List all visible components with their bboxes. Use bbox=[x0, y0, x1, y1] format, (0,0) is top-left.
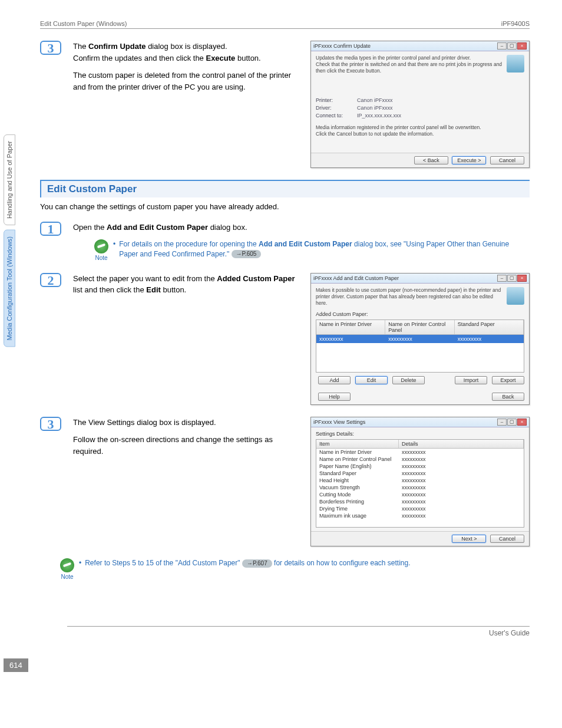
dialog-warning: Media information registered in the prin… bbox=[316, 124, 524, 137]
details-row: Cutting Modexxxxxxxxx bbox=[316, 491, 524, 498]
minimize-icon[interactable]: – bbox=[497, 42, 507, 50]
maximize-icon[interactable]: ▢ bbox=[507, 275, 517, 282]
note-icon bbox=[60, 558, 74, 572]
edit-button[interactable]: Edit bbox=[355, 376, 388, 384]
details-row: Name on Printer Control Panelxxxxxxxxx bbox=[316, 456, 524, 463]
cancel-button[interactable]: Cancel bbox=[490, 535, 524, 543]
settings-details-list[interactable]: Item Details Name in Printer Driverxxxxx… bbox=[316, 439, 524, 528]
step-text: Follow the on-screen directions and chan… bbox=[73, 434, 302, 457]
details-item: Cutting Mode bbox=[316, 491, 399, 498]
list-row-selected[interactable]: xxxxxxxxx xxxxxxxxx xxxxxxxxx bbox=[316, 335, 524, 343]
column-header: Details bbox=[399, 440, 524, 448]
note-label: Note bbox=[60, 574, 74, 580]
next-button[interactable]: Next > bbox=[452, 535, 486, 543]
maximize-icon[interactable]: ▢ bbox=[507, 419, 517, 426]
minimize-icon[interactable]: – bbox=[497, 419, 507, 426]
dialog-description: Makes it possible to use custom paper (n… bbox=[316, 287, 524, 307]
note-block: Note Refer to Steps 5 to 15 of the "Add … bbox=[60, 558, 530, 580]
list-label: Added Custom Paper: bbox=[316, 311, 524, 317]
step-3: 3 The View Settings dialog box is displa… bbox=[40, 417, 530, 546]
value-connect: IP_xxx.xxx.xxx.xxx bbox=[357, 113, 401, 118]
column-header: Item bbox=[316, 440, 399, 448]
details-value: xxxxxxxxx bbox=[399, 505, 524, 512]
details-item: Maximum ink usage bbox=[316, 512, 399, 519]
close-icon[interactable]: × bbox=[517, 419, 527, 426]
dialog-title: iPFxxxx Add and Edit Custom Paper bbox=[313, 275, 399, 281]
add-button[interactable]: Add bbox=[318, 376, 351, 384]
details-item: Vacuum Strength bbox=[316, 484, 399, 491]
step-number: 3 bbox=[40, 417, 61, 431]
printer-icon bbox=[507, 287, 524, 305]
step-text: Select the paper you want to edit from t… bbox=[73, 273, 302, 296]
view-settings-dialog: iPFxxxx View Settings – ▢ × Settings Det… bbox=[310, 417, 530, 546]
details-row: Standard Paperxxxxxxxxx bbox=[316, 470, 524, 477]
column-header: Name on Printer Control Panel bbox=[385, 320, 454, 334]
details-row: Paper Name (English)xxxxxxxxx bbox=[316, 463, 524, 470]
close-icon[interactable]: × bbox=[517, 275, 527, 282]
details-item: Name on Printer Control Panel bbox=[316, 456, 399, 463]
label-connect: Connect to: bbox=[316, 113, 357, 118]
page-reference-link[interactable]: →P.607 bbox=[242, 559, 272, 568]
details-value: xxxxxxxxx bbox=[399, 491, 524, 498]
dialog-description: Updates the media types in the printer c… bbox=[316, 55, 524, 74]
back-button[interactable]: < Back bbox=[414, 156, 448, 164]
added-custom-paper-list[interactable]: Name in Printer Driver Name on Printer C… bbox=[316, 319, 524, 373]
add-edit-custom-paper-dialog: iPFxxxx Add and Edit Custom Paper – ▢ × … bbox=[310, 273, 530, 405]
page-footer: User's Guide bbox=[67, 626, 530, 637]
note-text: For details on the procedure for opening… bbox=[113, 239, 530, 259]
label-printer: Printer: bbox=[316, 97, 357, 103]
details-row: Vacuum Strengthxxxxxxxxx bbox=[316, 484, 524, 491]
details-item: Drying Time bbox=[316, 505, 399, 512]
step-number: 3 bbox=[40, 41, 61, 55]
side-tab-label: Media Configuration Tool (Windows) bbox=[6, 236, 13, 341]
delete-button[interactable]: Delete bbox=[392, 376, 425, 384]
step-text: The Confirm Update dialog box is display… bbox=[73, 41, 302, 64]
printer-icon bbox=[507, 55, 524, 73]
label-driver: Driver: bbox=[316, 105, 357, 111]
page-reference-link[interactable]: →P.605 bbox=[232, 250, 262, 258]
step-text: The View Settings dialog box is displaye… bbox=[73, 417, 302, 429]
cancel-button[interactable]: Cancel bbox=[490, 156, 524, 164]
side-tab-label: Handling and Use of Paper bbox=[6, 141, 13, 219]
footer-guide-label: User's Guide bbox=[489, 629, 530, 637]
import-button[interactable]: Import bbox=[455, 376, 487, 384]
note-icon bbox=[94, 239, 108, 253]
section-intro: You can change the settings of custom pa… bbox=[40, 202, 530, 211]
details-value: xxxxxxxxx bbox=[399, 449, 524, 456]
close-icon[interactable]: × bbox=[517, 42, 527, 50]
execute-button[interactable]: Execute > bbox=[452, 156, 486, 164]
back-button[interactable]: Back bbox=[492, 393, 524, 401]
section-heading: Edit Custom Paper bbox=[40, 180, 530, 197]
export-button[interactable]: Export bbox=[492, 376, 524, 384]
settings-details-label: Settings Details: bbox=[316, 431, 524, 437]
step-number: 2 bbox=[40, 273, 61, 287]
page-header: Edit Custom Paper (Windows) iPF9400S bbox=[40, 20, 530, 29]
details-value: xxxxxxxxx bbox=[399, 512, 524, 519]
step-3-prev: 3 The Confirm Update dialog box is displ… bbox=[40, 41, 530, 168]
step-number: 1 bbox=[40, 222, 61, 236]
column-header: Standard Paper bbox=[455, 320, 524, 334]
side-tab-media-config-tool[interactable]: Media Configuration Tool (Windows) bbox=[4, 230, 15, 347]
note-label: Note bbox=[94, 255, 108, 261]
side-tab-handling-paper[interactable]: Handling and Use of Paper bbox=[4, 134, 15, 225]
details-item: Head Height bbox=[316, 477, 399, 484]
step-text: Open the Add and Edit Custom Paper dialo… bbox=[73, 222, 530, 233]
details-value: xxxxxxxxx bbox=[399, 477, 524, 484]
details-value: xxxxxxxxx bbox=[399, 498, 524, 505]
section-title: Edit Custom Paper bbox=[41, 181, 530, 197]
minimize-icon[interactable]: – bbox=[497, 275, 507, 282]
value-driver: Canon iPFxxxx bbox=[357, 105, 393, 111]
help-button[interactable]: Help bbox=[318, 393, 351, 401]
details-row: Maximum ink usagexxxxxxxxx bbox=[316, 512, 524, 519]
details-item: Name in Printer Driver bbox=[316, 449, 399, 456]
maximize-icon[interactable]: ▢ bbox=[507, 42, 517, 50]
page-number: 614 bbox=[4, 658, 28, 672]
step-text: The custom paper is deleted from the con… bbox=[73, 70, 302, 93]
details-item: Standard Paper bbox=[316, 470, 399, 477]
note-text: Refer to Steps 5 to 15 of the "Add Custo… bbox=[79, 558, 411, 568]
details-value: xxxxxxxxx bbox=[399, 484, 524, 491]
details-row: Drying Timexxxxxxxxx bbox=[316, 505, 524, 512]
dialog-title: iPFxxxx Confirm Update bbox=[313, 43, 371, 49]
step-2: 2 Select the paper you want to edit from… bbox=[40, 273, 530, 405]
column-header: Name in Printer Driver bbox=[316, 320, 385, 334]
